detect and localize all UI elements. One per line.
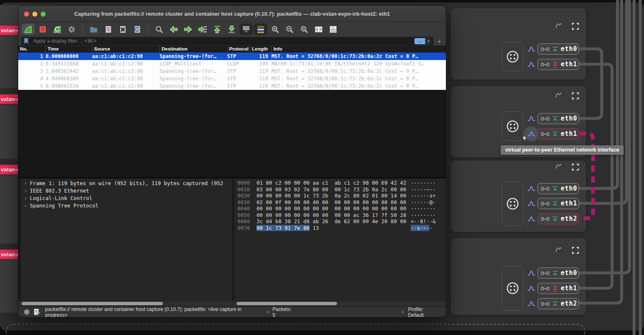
save-file-icon[interactable] <box>102 24 115 35</box>
expand-chevron-icon[interactable]: › <box>24 202 30 210</box>
zoom-window-button[interactable] <box>41 12 46 17</box>
wireshark-window: Capturing from packetflix:// remote clus… <box>18 6 446 317</box>
resize-columns-icon[interactable] <box>312 24 325 35</box>
packet-capture-wave-icon[interactable] <box>527 60 535 70</box>
filter-dropdown-caret[interactable]: ▾ <box>426 38 431 44</box>
interface-button-eth2[interactable]: eth2 <box>537 213 579 224</box>
zoom-original-icon[interactable] <box>298 24 311 35</box>
column-header-time[interactable]: Time <box>46 46 92 53</box>
bytes-scrollbar[interactable] <box>232 301 446 306</box>
auto-scroll-icon[interactable] <box>240 24 253 35</box>
next-packet-icon[interactable] <box>182 24 195 35</box>
go-to-packet-icon[interactable] <box>196 24 209 35</box>
hex-row[interactable]: 003002 00 0f 00 00 00 40 00 00 00 00 00 … <box>237 199 446 206</box>
hex-offset: 0060 <box>237 218 257 225</box>
packet-capture-wave-icon[interactable] <box>527 199 535 209</box>
expand-icon[interactable] <box>571 22 580 31</box>
capture-icon[interactable] <box>554 21 564 30</box>
expand-chevron-icon[interactable]: › <box>24 180 30 187</box>
find-packet-icon[interactable] <box>153 24 166 35</box>
packet-row[interactable]: 10.000000000aa:c1:ab:c1:c2:98Spanning-tr… <box>18 53 446 60</box>
title-bar[interactable]: Capturing from packetflix:// remote clus… <box>18 6 446 22</box>
display-filter-input[interactable]: Apply a display filter ... <⌘/> → ▾ <box>21 37 433 45</box>
hex-row[interactable]: 004000 00 00 00 00 00 00 00 00 00 00 00 … <box>237 205 446 212</box>
capture-options-icon[interactable] <box>65 24 78 35</box>
interface-button-eth0[interactable]: eth0 <box>537 43 579 55</box>
hex-row[interactable]: 00603c d4 b8 38 21 d8 ab 26 de 62 00 00 … <box>237 218 446 225</box>
start-capture-icon[interactable] <box>22 24 35 35</box>
window-title: Capturing from packetflix:// remote clus… <box>74 11 390 17</box>
hex-row[interactable]: 001003 00 00 03 02 7e 80 00 00 1c 73 2b … <box>237 186 446 193</box>
packet-capture-wave-icon[interactable] <box>527 184 535 194</box>
capture-file-icon[interactable] <box>33 308 40 316</box>
interface-button-eth2[interactable]: eth2 <box>537 298 579 309</box>
column-header-length[interactable]: Length <box>250 46 271 53</box>
colorize-icon[interactable] <box>254 24 267 35</box>
interface-button-eth1[interactable]: eth1 <box>537 198 579 209</box>
packet-capture-wave-icon[interactable] <box>527 284 535 294</box>
column-header-protocol[interactable]: Protocol <box>227 46 250 53</box>
packet-count[interactable]: Packets: 5 <box>273 306 295 318</box>
expand-icon[interactable] <box>571 246 580 255</box>
interface-button-eth0[interactable]: eth0 <box>537 113 579 124</box>
open-file-icon[interactable] <box>87 24 100 35</box>
reload-file-icon[interactable] <box>131 24 144 35</box>
hex-row[interactable]: 002000 00 80 00 00 1c 73 2b 0a 2c 80 02 … <box>237 193 446 199</box>
packet-row[interactable]: 20.349121668aa:c1:ab:c1:c2:98LLDP_Multic… <box>18 60 446 67</box>
interface-button-eth1[interactable]: eth1 <box>537 283 579 294</box>
bytes-scrollbar-thumb[interactable] <box>237 302 337 305</box>
add-filter-button[interactable]: + <box>436 38 443 45</box>
interface-name: eth0 <box>561 115 577 122</box>
expert-info-icon[interactable] <box>24 309 29 315</box>
column-header-source[interactable]: Source <box>92 46 160 53</box>
zoom-out-icon[interactable] <box>283 24 296 35</box>
hex-row[interactable]: 007000 1c 73 91 7e 86 13··s·~·· <box>237 225 446 231</box>
capture-icon[interactable] <box>554 162 564 171</box>
column-header-info[interactable]: Info <box>271 46 446 53</box>
packet-row[interactable]: 44.049068360aa:c1:ab:c1:c2:98Spanning-tr… <box>18 75 446 82</box>
close-window-button[interactable] <box>24 12 29 17</box>
packet-row[interactable]: 56.098941534aa:c1:ab:c1:c2:98Spanning-tr… <box>18 82 446 90</box>
packet-no: 1 <box>18 53 46 60</box>
hex-row[interactable]: 005000 00 00 00 00 00 00 00 00 00 ac 36 … <box>237 212 446 219</box>
restart-capture-icon[interactable] <box>51 24 64 35</box>
hex-row[interactable]: 000001 80 c2 00 00 00 aa c1 ab c1 c2 98 … <box>237 180 446 186</box>
details-scrollbar-thumb[interactable] <box>22 302 163 305</box>
expand-chevron-icon[interactable]: › <box>24 195 30 202</box>
packet-capture-wave-icon[interactable] <box>527 269 535 279</box>
packet-capture-wave-icon[interactable] <box>527 45 535 55</box>
capture-icon[interactable] <box>554 91 564 100</box>
go-to-top-icon[interactable] <box>211 24 224 35</box>
packet-capture-wave-icon[interactable] <box>527 299 535 309</box>
packet-capture-wave-icon[interactable] <box>527 130 535 140</box>
protocol-tree-row[interactable]: ›IEEE 802.3 Ethernet <box>21 187 232 195</box>
previous-packet-icon[interactable] <box>167 24 180 35</box>
protocol-tree-row[interactable]: ›Spanning Tree Protocol <box>21 202 232 210</box>
layout-pages-icon[interactable]: 123 <box>327 24 340 35</box>
interface-button-eth1[interactable]: eth1 <box>537 59 579 70</box>
column-header-destination[interactable]: Destination <box>160 46 227 53</box>
packet-capture-wave-icon[interactable] <box>527 114 535 124</box>
expand-icon[interactable] <box>571 162 580 171</box>
protocol-tree-row[interactable]: ›Logical-Link Control <box>21 195 232 202</box>
bookmark-icon[interactable] <box>22 38 31 45</box>
packet-row[interactable]: 32.048362442aa:c1:ab:c1:c2:98Spanning-tr… <box>18 67 446 75</box>
close-file-icon[interactable] <box>116 24 129 35</box>
apply-filter-button[interactable]: → <box>414 38 425 44</box>
interface-button-eth0[interactable]: eth0 <box>537 268 579 279</box>
interface-name: eth1 <box>561 60 577 68</box>
expand-icon[interactable] <box>571 91 580 100</box>
stop-capture-icon[interactable] <box>36 24 49 35</box>
minimize-window-button[interactable] <box>32 12 37 17</box>
details-scrollbar[interactable] <box>18 301 232 306</box>
profile-label[interactable]: Profile: Default <box>408 306 440 318</box>
capture-icon[interactable] <box>554 245 564 254</box>
go-to-bottom-icon[interactable] <box>225 24 238 35</box>
packet-capture-wave-icon[interactable] <box>527 214 535 224</box>
interface-button-eth1[interactable]: eth1 <box>537 128 579 140</box>
column-header-no[interactable]: No. <box>18 46 46 53</box>
protocol-tree-row[interactable]: ›Frame 1: 119 bytes on wire (952 bits), … <box>21 180 232 187</box>
zoom-in-icon[interactable] <box>269 24 282 35</box>
expand-chevron-icon[interactable]: › <box>24 187 30 195</box>
interface-button-eth0[interactable]: eth0 <box>537 183 579 194</box>
